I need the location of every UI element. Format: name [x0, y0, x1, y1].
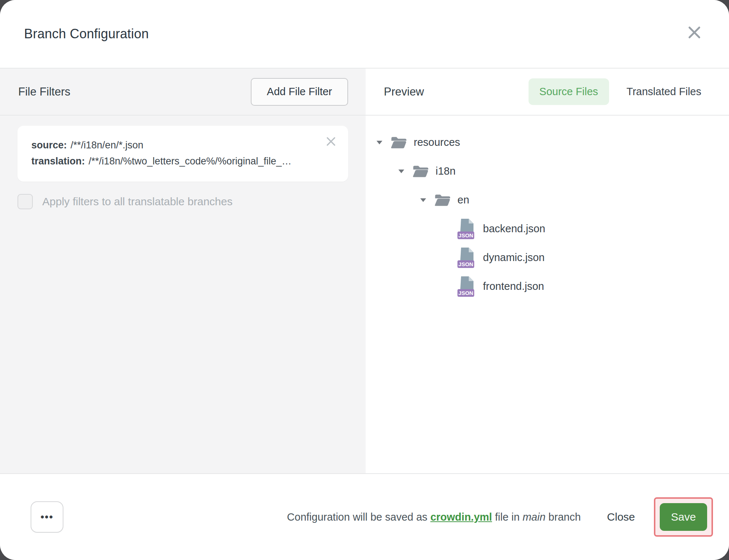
tree-item[interactable]: JSON dynamic.json	[366, 243, 729, 272]
tree-item-icon-slot: JSON	[457, 247, 476, 268]
tree-item[interactable]: resources	[366, 128, 729, 157]
tree-item[interactable]: en	[366, 186, 729, 214]
tree-item-icon-slot	[412, 164, 428, 178]
chevron-down-icon[interactable]	[377, 141, 382, 144]
tree-item-icon-slot: JSON	[457, 276, 476, 297]
more-options-button[interactable]: •••	[31, 501, 63, 533]
json-file-icon: JSON	[457, 247, 476, 268]
filter-source-line: source:/**/i18n/en/*.json	[31, 137, 308, 153]
modal-footer: ••• Configuration will be saved as crowd…	[0, 473, 729, 560]
file-filters-content: source:/**/i18n/en/*.json translation:/*…	[0, 116, 366, 209]
save-note-middle: file in	[492, 511, 523, 523]
preview-tabs: Source Files Translated Files	[529, 78, 712, 105]
tree-item-label: i18n	[436, 165, 456, 177]
folder-icon	[434, 193, 450, 207]
tree-item[interactable]: JSON frontend.json	[366, 272, 729, 301]
tree-item[interactable]: i18n	[366, 157, 729, 186]
tree-item-label: en	[457, 194, 469, 206]
svg-text:JSON: JSON	[459, 290, 473, 296]
tree-item-label: backend.json	[483, 223, 545, 235]
tree-item-label: resources	[414, 136, 460, 148]
filter-translation-line: translation:/**/i18n/%two_letters_code%/…	[31, 153, 308, 170]
modal-title: Branch Configuration	[24, 26, 149, 42]
file-filters-panel: File Filters Add File Filter source:/**/…	[0, 69, 366, 473]
modal-main: File Filters Add File Filter source:/**/…	[0, 69, 729, 473]
json-file-icon: JSON	[457, 218, 476, 240]
tab-translated-files[interactable]: Translated Files	[616, 78, 712, 105]
tab-source-files[interactable]: Source Files	[529, 78, 609, 105]
close-button[interactable]: Close	[607, 511, 635, 523]
save-note-prefix: Configuration will be saved as	[287, 511, 430, 523]
preview-header: Preview Source Files Translated Files	[366, 69, 729, 116]
file-filter-card: source:/**/i18n/en/*.json translation:/*…	[17, 126, 348, 182]
file-tree: resources i18n en JSON backend.json JS	[366, 116, 729, 301]
save-note: Configuration will be saved as crowdin.y…	[287, 511, 581, 523]
tree-item-icon-slot	[434, 193, 450, 207]
tree-item[interactable]: JSON backend.json	[366, 214, 729, 243]
svg-text:JSON: JSON	[459, 261, 473, 267]
preview-panel: Preview Source Files Translated Files re…	[366, 69, 729, 473]
folder-icon	[412, 164, 428, 178]
add-file-filter-button[interactable]: Add File Filter	[251, 78, 348, 106]
branch-name: main	[523, 511, 546, 523]
svg-text:JSON: JSON	[459, 232, 473, 238]
crowdin-yml-link[interactable]: crowdin.yml	[430, 511, 492, 523]
json-file-icon: JSON	[457, 276, 476, 297]
filter-list: source:/**/i18n/en/*.json translation:/*…	[17, 126, 348, 182]
apply-filters-label: Apply filters to all translatable branch…	[42, 195, 233, 208]
chevron-down-icon[interactable]	[420, 198, 426, 202]
tree-item-icon-slot: JSON	[457, 218, 476, 240]
preview-title: Preview	[384, 85, 424, 98]
close-icon[interactable]	[687, 26, 701, 39]
file-filters-header: File Filters Add File Filter	[0, 69, 366, 116]
tree-item-label: dynamic.json	[483, 252, 545, 264]
tree-item-label: frontend.json	[483, 280, 544, 292]
apply-filters-checkbox[interactable]	[17, 194, 33, 209]
modal-header: Branch Configuration	[0, 0, 729, 69]
branch-configuration-modal: Branch Configuration File Filters Add Fi…	[0, 0, 729, 560]
tree-item-icon-slot	[390, 136, 406, 149]
save-button[interactable]: Save	[660, 503, 707, 531]
remove-filter-icon[interactable]	[325, 136, 336, 147]
save-note-suffix: branch	[546, 511, 581, 523]
folder-icon	[390, 136, 406, 149]
chevron-down-icon[interactable]	[398, 170, 404, 173]
screen-backdrop: Branch Configuration File Filters Add Fi…	[0, 0, 729, 560]
file-filters-title: File Filters	[18, 85, 70, 98]
save-button-highlight-box: Save	[654, 497, 713, 537]
apply-filters-row: Apply filters to all translatable branch…	[17, 194, 348, 209]
